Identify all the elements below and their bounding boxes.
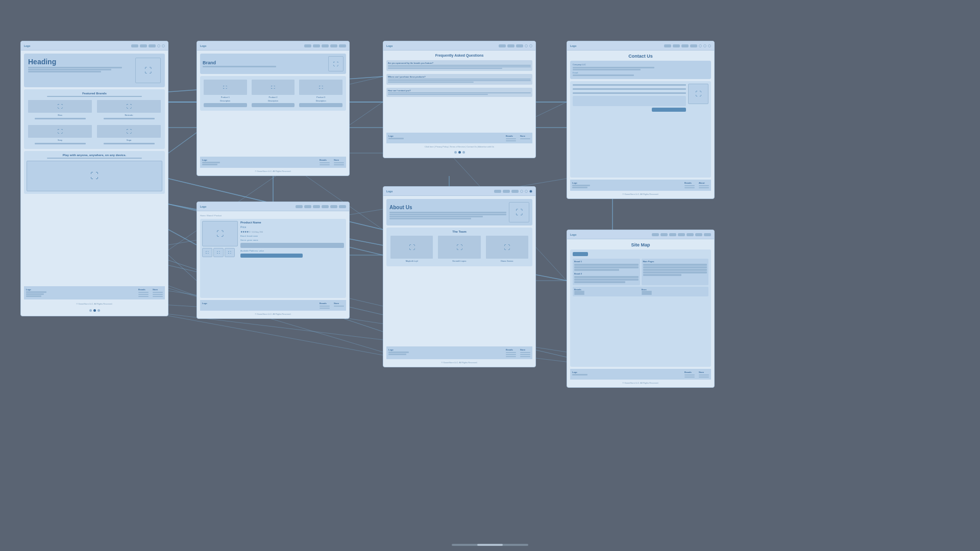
product-btn-3[interactable] xyxy=(299,103,342,107)
faq-a3-1 xyxy=(388,92,531,93)
frame-sitemap[interactable]: Logo Site Map xyxy=(567,230,715,388)
faq-item-1: Are you sponsored by the brands you feat… xyxy=(386,60,532,71)
brand-text-1 xyxy=(35,118,86,119)
contact-footer-a1 xyxy=(699,185,709,186)
about-footer-brands: Brands xyxy=(506,348,516,357)
brand-label-4: Sega xyxy=(127,139,131,141)
frame-brand[interactable]: Logo Brand ⛶ xyxy=(197,41,350,176)
about-footer-b2 xyxy=(506,354,516,355)
sitemap-footer-brands: Brands Store xyxy=(573,287,708,296)
product-add-cart-btn[interactable] xyxy=(240,254,303,258)
contact-heading: Contact Us xyxy=(570,54,711,59)
sitemap-home-node xyxy=(573,252,708,256)
footer-tagline-2 xyxy=(26,293,44,295)
home-nav-circle-2 xyxy=(162,44,165,47)
brand-img-icon-4: ⛶ xyxy=(127,129,132,134)
product-img-icon-3: ⛶ xyxy=(319,85,323,90)
brand-footer-link-1 xyxy=(320,162,330,163)
about-footer-b1 xyxy=(506,352,516,353)
home-heading: Heading xyxy=(28,58,132,66)
contact-footer-logo: Logo xyxy=(572,182,680,184)
about-heading: About Us xyxy=(389,205,506,210)
frame-home[interactable]: Logo Heading ⛶ xyxy=(20,41,168,316)
contact-footer-about: About xyxy=(699,182,709,189)
product-btn-1[interactable] xyxy=(204,103,247,107)
brand-footer-brands: Brands xyxy=(320,159,330,161)
sitemap-page-faq xyxy=(643,271,707,273)
team-img-icon-1: ⛶ xyxy=(409,244,415,251)
contact-nav-c3 xyxy=(708,44,711,47)
sitemap-footer-brands-t: Brands xyxy=(684,371,695,373)
contact-footer-a2 xyxy=(699,187,709,188)
frame-contact[interactable]: Logo Contact Us Company LLC Email: xyxy=(567,41,715,199)
faq-footer-link-1 xyxy=(506,138,516,139)
product-footer: Logo Brands Store xyxy=(200,300,346,311)
home-logo: Logo xyxy=(24,44,30,47)
frame-product[interactable]: Logo Home / Brand / Product ⛶ xyxy=(197,202,350,319)
frame-brand-header: Logo xyxy=(197,41,349,51)
about-text-4 xyxy=(389,218,471,219)
contact-submit-btn[interactable] xyxy=(652,108,686,112)
about-logo: Logo xyxy=(386,190,393,193)
frame-contact-header: Logo xyxy=(567,41,714,51)
product-item-1: ⛶ Product 1 Description xyxy=(202,78,249,109)
footer-store-link-2 xyxy=(153,294,163,295)
about-nav-2 xyxy=(503,190,510,193)
faq-footer-nav: Brands xyxy=(506,135,516,141)
product-logo: Logo xyxy=(200,205,206,208)
sitemap-main-pages-title: Main Pages xyxy=(643,260,707,263)
product-thumb-3[interactable]: ⛶ xyxy=(225,248,235,257)
contact-nav-4 xyxy=(690,44,697,47)
faq-nav-1 xyxy=(499,44,506,47)
team-title: The Team xyxy=(389,230,530,233)
faq-footer-brands-t: Brands xyxy=(506,135,516,137)
home-scroll-dots xyxy=(24,308,165,313)
product-name-2: Product 2 xyxy=(268,96,277,98)
product-nav-2 xyxy=(304,205,311,208)
brand-text-3 xyxy=(35,143,86,144)
product-btn-2[interactable] xyxy=(252,103,295,107)
sitemap-br-4 xyxy=(574,294,584,295)
product-name-1: Product 1 xyxy=(221,96,230,98)
faq-nav-c1 xyxy=(525,44,528,47)
product-nav-3 xyxy=(313,205,320,208)
contact-form-message[interactable] xyxy=(573,96,686,106)
sitemap-b2-item-1 xyxy=(574,276,639,278)
product-thumb-1[interactable]: ⛶ xyxy=(202,248,212,257)
play-image-icon: ⛶ xyxy=(90,171,99,181)
home-nav-circle xyxy=(157,44,160,47)
brand-nav xyxy=(304,44,346,47)
brand-footer-logo: Logo xyxy=(202,159,315,161)
product-footer-store-title: Store xyxy=(334,302,344,305)
team-name-3: Diana Gomez xyxy=(501,260,513,262)
faq-a3-2 xyxy=(388,94,488,95)
frame-contact-body: Contact Us Company LLC Email: ⛶ xyxy=(567,51,714,198)
brand-label-2: Nintendo xyxy=(125,114,133,116)
contact-nav-3 xyxy=(681,44,689,47)
faq-footer-more: None xyxy=(520,135,530,141)
product-name-3: Product 3 xyxy=(316,96,325,98)
product-thumb-2[interactable]: ⛶ xyxy=(213,248,224,257)
contact-image: ⛶ xyxy=(688,84,708,104)
scrollbar-thumb[interactable] xyxy=(477,544,503,546)
product-brand-label: Brand: brand name xyxy=(240,235,344,237)
frame-faq[interactable]: Logo Frequently Asked Questions Are you … xyxy=(383,41,536,158)
faq-nav-c2 xyxy=(529,44,532,47)
faq-footer-link-2 xyxy=(506,140,516,141)
sitemap-tree: Brand 1 Brand 2 Main Pages xyxy=(573,259,708,285)
faq-footer-none-t: None xyxy=(520,135,530,137)
footer-tagline-3 xyxy=(26,295,41,297)
sitemap-footer-s1 xyxy=(699,374,709,375)
footer-col-brands: Brands xyxy=(138,288,149,297)
product-img-1: ⛶ xyxy=(204,80,247,95)
sitemap-footer-store-col: Store xyxy=(699,371,709,378)
team-img-3: ⛶ xyxy=(486,236,528,259)
about-footer-s2 xyxy=(520,354,530,355)
product-main-img-icon: ⛶ xyxy=(216,230,224,238)
product-select-platform[interactable] xyxy=(240,243,344,248)
about-nav-c2 xyxy=(525,190,528,193)
frame-about[interactable]: Logo About Us ⛶ xyxy=(383,186,536,367)
horizontal-scrollbar[interactable] xyxy=(452,544,528,546)
sitemap-pages-section: Main Pages xyxy=(642,259,709,285)
brand-hero-text xyxy=(203,66,276,67)
